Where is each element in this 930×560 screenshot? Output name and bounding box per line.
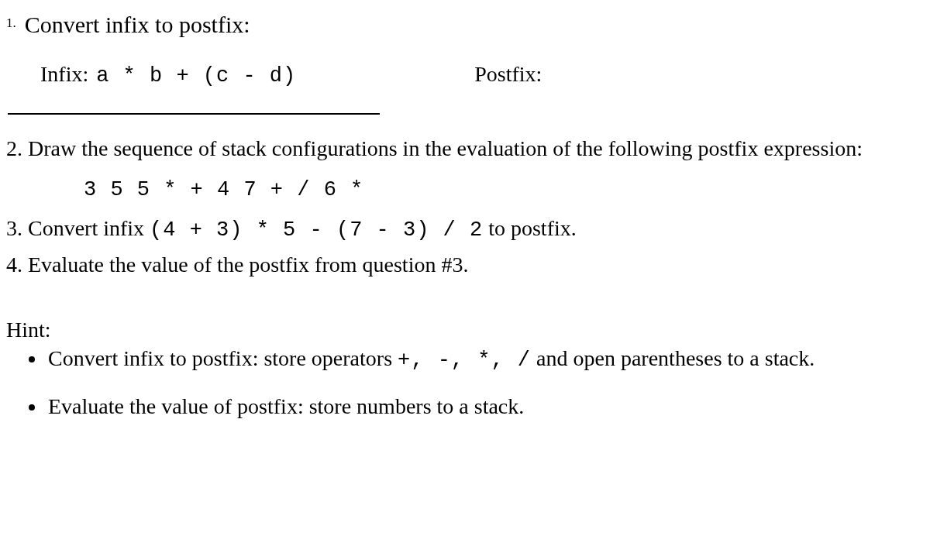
infix-expression: a * b + (c - d)	[96, 61, 296, 91]
infix-label: Infix:	[40, 59, 88, 91]
hint-header: Hint:	[6, 314, 924, 346]
question-4: 4. Evaluate the value of the postfix fro…	[6, 249, 924, 281]
q1-number: 1.	[6, 8, 16, 33]
q3-suffix: to postfix.	[483, 216, 577, 240]
hint1-suffix: and open parentheses to a stack.	[531, 346, 815, 370]
q3-prefix: 3. Convert infix	[6, 216, 150, 240]
q1-text: Convert infix to postfix:	[25, 12, 250, 37]
hint-bullet-1: Convert infix to postfix: store operator…	[46, 346, 924, 373]
q2-text: 2. Draw the sequence of stack configurat…	[6, 136, 863, 160]
hint1-prefix: Convert infix to postfix: store operator…	[48, 346, 398, 370]
hint-bullet-2: Evaluate the value of postfix: store num…	[46, 394, 924, 419]
divider-line	[8, 113, 380, 115]
q2-expression: 3 5 5 * + 4 7 + / 6 *	[84, 175, 924, 205]
question-3: 3. Convert infix (4 + 3) * 5 - (7 - 3) /…	[6, 213, 924, 246]
q3-expression: (4 + 3) * 5 - (7 - 3) / 2	[150, 218, 483, 242]
q4-text: 4. Evaluate the value of the postfix fro…	[6, 253, 468, 277]
postfix-label: Postfix:	[474, 59, 542, 91]
hint2-text: Evaluate the value of postfix: store num…	[48, 394, 524, 418]
hint-list: Convert infix to postfix: store operator…	[46, 346, 924, 419]
hint1-operators: +, -, *, /	[398, 349, 531, 372]
question-2: 2. Draw the sequence of stack configurat…	[6, 133, 924, 165]
infix-postfix-row: Infix: a * b + (c - d) Postfix:	[40, 59, 924, 91]
question-1-heading: 1. Convert infix to postfix:	[6, 8, 924, 42]
